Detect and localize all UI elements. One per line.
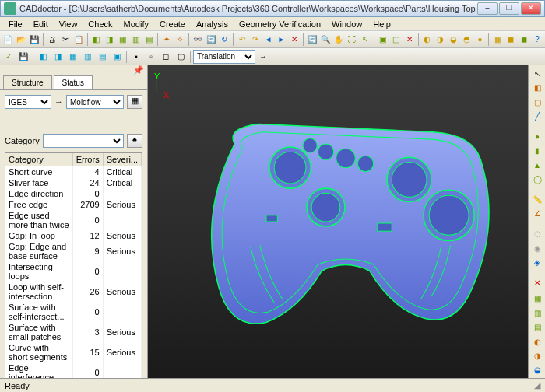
rotate-icon[interactable]: 🔄 — [306, 33, 318, 47]
render3-icon[interactable]: ◒ — [448, 33, 460, 47]
table-row[interactable]: Loop with self-intersection26Serious — [5, 282, 142, 302]
table-row[interactable]: Free edge2709Serious — [5, 199, 142, 210]
table-row[interactable]: Gap: In loop12Serious — [5, 230, 142, 241]
solid-icon[interactable]: ◼ — [505, 33, 517, 47]
rt-cyl-icon[interactable]: ▮ — [530, 145, 544, 157]
mode-select[interactable]: Translation — [193, 50, 255, 64]
nav-back-icon[interactable]: ◄ — [262, 33, 275, 47]
shade-icon[interactable]: ◼ — [518, 33, 530, 47]
menu-edit[interactable]: Edit — [28, 18, 54, 30]
face3-icon[interactable]: ◻ — [159, 50, 173, 64]
menu-analysis[interactable]: Analysis — [191, 18, 234, 30]
close-button[interactable]: ✕ — [521, 2, 541, 15]
rt-sphere-icon[interactable]: ● — [530, 130, 544, 142]
format-from-select[interactable]: IGES — [5, 95, 51, 109]
axis-icon[interactable]: ✦ — [160, 33, 173, 47]
render5-icon[interactable]: ● — [473, 33, 486, 47]
rt-cube-icon[interactable]: ◧ — [530, 81, 544, 93]
rt-measure-icon[interactable]: 📏 — [530, 193, 544, 205]
undo-icon[interactable]: ↶ — [236, 33, 248, 47]
rt-iso-icon[interactable]: ◈ — [530, 256, 544, 268]
table-row[interactable]: Sliver face24Critical — [5, 177, 142, 188]
rt-cone-icon[interactable]: ▲ — [530, 159, 544, 171]
cube-icon[interactable]: ◧ — [90, 33, 102, 47]
tab-status[interactable]: Status — [54, 75, 93, 89]
mode4-icon[interactable]: ▥ — [80, 50, 94, 64]
tab-structure[interactable]: Structure — [3, 75, 52, 89]
cube3-icon[interactable]: ▦ — [116, 33, 128, 47]
table-row[interactable]: Edge direction0 — [5, 188, 142, 199]
render4-icon[interactable]: ◓ — [461, 33, 473, 47]
rt-g2-icon[interactable]: ▥ — [530, 306, 544, 319]
3d-viewport[interactable]: Y│ ── X — [148, 65, 528, 378]
save2-icon[interactable]: 💾 — [16, 50, 30, 64]
cube5-icon[interactable]: ▤ — [142, 33, 155, 47]
rt-show-icon[interactable]: ◉ — [530, 242, 544, 254]
rt-face-icon[interactable]: ▢ — [530, 96, 544, 108]
column-header[interactable]: Errors — [72, 153, 103, 166]
menu-view[interactable]: View — [54, 18, 83, 30]
table-row[interactable]: Gap: Edge and base surface9Serious — [5, 241, 142, 261]
rt-cursor-icon[interactable]: ↖ — [530, 67, 544, 79]
maximize-button[interactable]: ❐ — [499, 2, 519, 15]
print-icon[interactable]: 🖨 — [46, 33, 58, 47]
render1-icon[interactable]: ◐ — [421, 33, 434, 47]
zoom-icon[interactable]: 🔍 — [319, 33, 332, 47]
menu-modify[interactable]: Modify — [118, 18, 154, 30]
table-row[interactable]: Surface with small patches3Serious — [5, 322, 142, 342]
mode6-icon[interactable]: ▣ — [110, 50, 124, 64]
mode1-icon[interactable]: ◧ — [36, 50, 50, 64]
rt-g3-icon[interactable]: ▤ — [530, 320, 544, 333]
menu-create[interactable]: Create — [154, 18, 191, 30]
rt-g4-icon[interactable]: ◐ — [530, 335, 544, 348]
go-icon[interactable]: → — [256, 50, 270, 64]
help-icon[interactable]: ? — [531, 33, 543, 47]
axis2-icon[interactable]: ✧ — [174, 33, 186, 47]
new-icon[interactable]: 📄 — [2, 33, 14, 47]
resize-grip-icon[interactable]: ◢ — [534, 380, 540, 390]
mode5-icon[interactable]: ▤ — [95, 50, 109, 64]
rt-angle-icon[interactable]: ∠ — [530, 208, 544, 220]
render2-icon[interactable]: ◑ — [434, 33, 447, 47]
refresh2-icon[interactable]: ↻ — [218, 33, 230, 47]
table-row[interactable]: Short curve4Critical — [5, 166, 142, 178]
menu-file[interactable]: File — [3, 18, 28, 30]
delete-icon[interactable]: ✕ — [403, 33, 416, 47]
glasses-icon[interactable]: 👓 — [192, 33, 204, 47]
nav-fwd-icon[interactable]: ► — [275, 33, 287, 47]
rt-del-icon[interactable]: ✕ — [530, 276, 544, 289]
category-select[interactable] — [43, 134, 124, 148]
mode3-icon[interactable]: ▦ — [65, 50, 79, 64]
menu-help[interactable]: Help — [367, 18, 396, 30]
menu-check[interactable]: Check — [83, 18, 118, 30]
select-icon[interactable]: ↖ — [359, 33, 371, 47]
wire-icon[interactable]: ▦ — [491, 33, 504, 47]
pan-icon[interactable]: ✋ — [332, 33, 345, 47]
copy-icon[interactable]: 📋 — [72, 33, 85, 47]
rt-g1-icon[interactable]: ▦ — [530, 292, 544, 305]
category-filter-button[interactable]: ♠ — [127, 134, 142, 148]
rt-g6-icon[interactable]: ◒ — [530, 364, 544, 376]
table-row[interactable]: Curve with short segments15Serious — [5, 342, 142, 362]
cube2-icon[interactable]: ◨ — [103, 33, 115, 47]
menu-geometry-verification[interactable]: Geometry Verification — [234, 18, 326, 30]
mode2-icon[interactable]: ◨ — [51, 50, 65, 64]
rt-edge-icon[interactable]: ╱ — [530, 110, 544, 122]
table-row[interactable]: Surface with self-intersect...0 — [5, 302, 142, 322]
table-row[interactable]: Intersecting loops0 — [5, 261, 142, 282]
view2-icon[interactable]: ◫ — [390, 33, 403, 47]
column-header[interactable]: Category — [5, 153, 72, 166]
minimize-button[interactable]: – — [477, 2, 498, 15]
rt-hide-icon[interactable]: ◌ — [530, 227, 544, 240]
check-icon[interactable]: ✓ — [2, 50, 16, 64]
rt-torus-icon[interactable]: ◯ — [530, 173, 544, 185]
view1-icon[interactable]: ▣ — [377, 33, 389, 47]
redo-icon[interactable]: ↷ — [249, 33, 262, 47]
face4-icon[interactable]: ▢ — [174, 50, 188, 64]
error-table[interactable]: CategoryErrorsSeveri... Short curve4Crit… — [5, 152, 142, 383]
table-row[interactable]: Edge used more than twice0 — [5, 210, 142, 230]
menu-window[interactable]: Window — [326, 18, 367, 30]
cut-icon[interactable]: ✂ — [59, 33, 72, 47]
cancel-icon[interactable]: ✕ — [288, 33, 301, 47]
face2-icon[interactable]: ▫ — [144, 50, 158, 64]
